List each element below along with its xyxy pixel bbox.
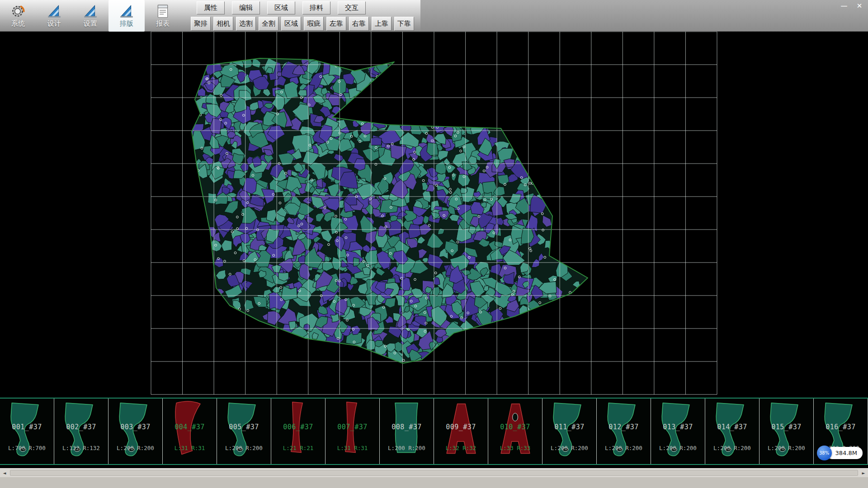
nav-system-button[interactable]: 系统 (0, 0, 36, 32)
piece-counts-label: L:200 R:200 (542, 445, 596, 451)
canvas-area (0, 32, 868, 398)
piece-id-label: 014_#37 (705, 423, 759, 431)
minimize-button[interactable]: — (838, 1, 850, 11)
thumbnail-item[interactable]: 005_#37 L:200 R:200 (217, 399, 271, 464)
thumbnail-item[interactable]: 008_#37 L:200 R:200 (380, 399, 434, 464)
titlebar-drag-area[interactable] (420, 0, 868, 31)
nav-report-label: 报表 (156, 19, 170, 28)
piece-id-label: 004_#37 (163, 423, 217, 431)
thumbnail-item[interactable]: 001_#37 L:700 R:700 (0, 399, 54, 464)
piece-id-label: 010_#37 (488, 423, 542, 431)
thumbnail-item[interactable]: 012_#37 L:200 R:200 (597, 399, 651, 464)
tool-cut-all[interactable]: 全割 (259, 17, 278, 31)
piece-counts-label: L:31 R:31 (163, 445, 217, 451)
piece-thumbnail-shape (326, 399, 379, 464)
nav-settings-label: 设置 (84, 19, 97, 28)
tool-region[interactable]: 区域 (281, 17, 301, 31)
piece-id-label: 005_#37 (217, 423, 271, 431)
tool-align-bottom[interactable]: 下靠 (394, 17, 414, 31)
report-document-icon (155, 4, 171, 19)
piece-thumbnail-shape (760, 399, 813, 464)
piece-id-label: 007_#37 (326, 423, 379, 431)
thumbnail-item[interactable]: 013_#37 L:200 R:200 (651, 399, 705, 464)
thumbnail-item[interactable]: 006_#37 L:21 R:21 (271, 399, 326, 464)
piece-counts-label: L:200 R:200 (760, 445, 813, 451)
piece-thumbnail-shape (705, 399, 759, 464)
nav-report-button[interactable]: 报表 (145, 0, 181, 32)
piece-thumbnail-shape (597, 399, 651, 464)
piece-thumbnail-shape (217, 399, 271, 464)
tool-camera[interactable]: 相机 (213, 17, 233, 31)
nav-design-label: 设计 (47, 19, 61, 28)
thumbnail-item[interactable]: 014_#37 L:200 R:200 (705, 399, 760, 464)
piece-thumbnail-shape (163, 399, 217, 464)
piece-counts-label: L:200 R:200 (217, 445, 271, 451)
tool-align-right[interactable]: 右靠 (349, 17, 369, 31)
thumbnail-item[interactable]: 015_#37 L:200 R:200 (760, 399, 814, 464)
scroll-left-icon[interactable]: ◄ (0, 469, 9, 477)
thumbnail-item[interactable]: 003_#37 L:200 R:200 (108, 399, 163, 464)
menu-region[interactable]: 区域 (267, 1, 295, 14)
app-window: 系统 设计 (0, 0, 868, 488)
piece-id-label: 003_#37 (108, 423, 162, 431)
tool-select-cut[interactable]: 选割 (236, 17, 256, 31)
piece-counts-label: L:200 R:200 (597, 445, 651, 451)
thumbnail-item[interactable]: 010_#37 L:33 R:33 (488, 399, 542, 464)
thumbnail-item[interactable]: 011_#37 L:200 R:200 (542, 399, 597, 464)
tool-cluster-nest[interactable]: 聚排 (191, 17, 211, 31)
memory-badge: 38% 384.8M (817, 446, 863, 460)
nav-settings-button[interactable]: 设置 (72, 0, 108, 32)
piece-counts-label: L:132 R:132 (54, 445, 108, 451)
scrollbar-thumb[interactable] (10, 470, 858, 476)
progress-circle: 38% (817, 446, 832, 460)
tool-align-top[interactable]: 上靠 (372, 17, 392, 31)
piece-id-label: 001_#37 (0, 423, 54, 431)
piece-thumbnail-shape (108, 399, 162, 464)
nav-system-label: 系统 (11, 19, 25, 28)
piece-id-label: 011_#37 (542, 423, 596, 431)
piece-counts-label: L:200 R:200 (108, 445, 162, 451)
titlebar: 系统 设计 (0, 0, 868, 32)
settings-ruler-icon (82, 4, 99, 19)
gear-icon (10, 4, 26, 19)
nav-layout-label: 排版 (120, 19, 133, 28)
memory-usage: 384.8M (826, 447, 863, 459)
window-controls: — ✕ (838, 1, 865, 11)
piece-id-label: 012_#37 (597, 423, 651, 431)
menu-nesting[interactable]: 排料 (302, 1, 330, 14)
piece-thumbnail-shape (542, 399, 596, 464)
piece-thumbnail-shape (651, 399, 705, 464)
piece-thumbnail-shape (488, 399, 542, 464)
piece-id-label: 008_#37 (380, 423, 434, 431)
nesting-canvas[interactable] (0, 32, 868, 398)
piece-thumbnail-shape (54, 399, 108, 464)
piece-counts-label: L:21 R:21 (271, 445, 325, 451)
piece-id-label: 009_#37 (434, 423, 488, 431)
nav-design-button[interactable]: 设计 (36, 0, 72, 32)
piece-thumbnail-shape (0, 399, 54, 464)
piece-id-label: 016_#37 (814, 423, 868, 431)
piece-id-label: 002_#37 (54, 423, 108, 431)
menu-interact[interactable]: 交互 (338, 1, 366, 14)
horizontal-scrollbar[interactable]: ◄ ► (0, 468, 868, 477)
scroll-right-icon[interactable]: ► (859, 469, 868, 477)
layout-ruler-icon (118, 4, 135, 19)
piece-id-label: 015_#37 (760, 423, 813, 431)
thumbnail-item[interactable]: 009_#37 L:32 R:32 (434, 399, 488, 464)
piece-counts-label: L:200 R:200 (380, 445, 434, 451)
thumbnail-item[interactable]: 007_#37 L:31 R:31 (326, 399, 380, 464)
menu-properties[interactable]: 属性 (197, 1, 225, 14)
thumbnail-item[interactable]: 002_#37 L:132 R:132 (54, 399, 108, 464)
tool-align-left[interactable]: 左靠 (326, 17, 346, 31)
close-button[interactable]: ✕ (854, 1, 865, 11)
piece-id-label: 013_#37 (651, 423, 705, 431)
tool-bar: 聚排 相机 选割 全割 区域 瑕疵 左靠 右靠 上靠 下靠 (191, 17, 414, 31)
thumbnail-strip: 001_#37 L:700 R:700 002_#37 L:132 R:132 … (0, 398, 868, 465)
piece-id-label: 006_#37 (271, 423, 325, 431)
tool-defect[interactable]: 瑕疵 (304, 17, 324, 31)
thumbnail-item[interactable]: 004_#37 L:31 R:31 (163, 399, 217, 464)
menu-edit[interactable]: 编辑 (232, 1, 260, 14)
piece-thumbnail-shape (271, 399, 325, 464)
piece-thumbnail-shape (380, 399, 434, 464)
nav-layout-button[interactable]: 排版 (108, 0, 145, 32)
